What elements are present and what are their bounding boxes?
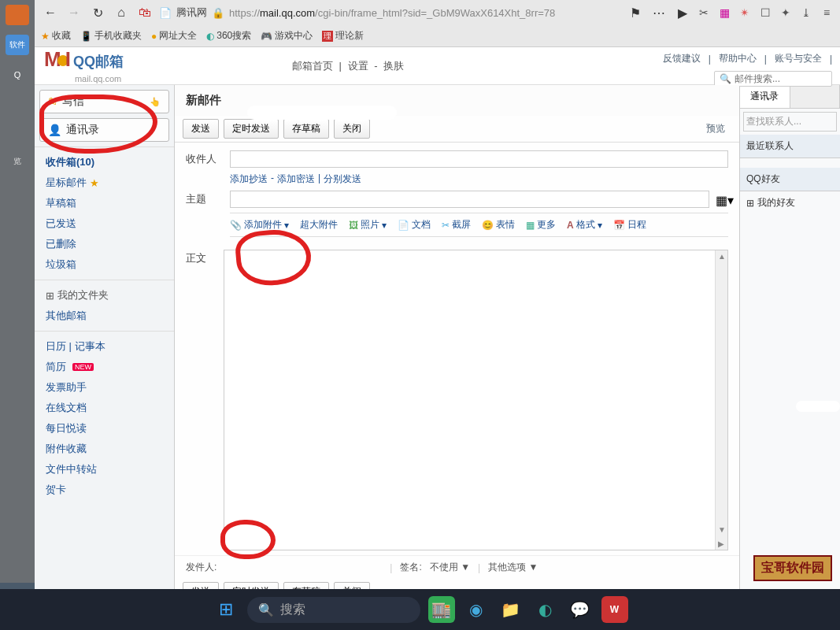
preview-link[interactable]: 预览 [706,122,725,135]
os-tray-history-label: 览 [6,151,29,172]
tab-empty[interactable] [790,85,841,108]
add-cc-link[interactable]: 添加抄送 [230,172,268,186]
emoji-button[interactable]: 😊表情 [482,218,515,232]
timed-send-button[interactable]: 定时发送 [224,119,279,139]
refresh-icon[interactable]: ↻ [88,3,107,22]
menu-icon[interactable]: ≡ [820,6,834,20]
grid-toggle-icon[interactable]: ▦▾ [716,193,728,206]
close-button[interactable]: 关闭 [334,119,370,139]
save-draft-button[interactable]: 存草稿 [283,119,329,139]
subject-input[interactable] [230,191,709,208]
taskbar-search[interactable]: 🔍 搜索 [247,597,420,623]
qq-friends-section[interactable]: QQ好友 [740,168,840,191]
recent-contact-item[interactable] [740,158,840,168]
folder-deleted[interactable]: 已删除 [46,234,174,254]
url-text: https://mail.qq.com/cgi-bin/frame_html?s… [229,7,555,19]
folder-daily-read[interactable]: 每日悦读 [46,418,174,439]
body-editor[interactable]: ▲ ▼ ▶ [224,250,728,550]
scroll-up-icon[interactable]: ▲ [718,252,726,261]
folder-attachments[interactable]: 附件收藏 [46,439,174,459]
nav-settings[interactable]: 设置 [348,60,368,72]
folder-trash[interactable]: 垃圾箱 [46,254,174,275]
bookmark-360search[interactable]: ◐360搜索 [206,29,251,43]
schedule-button[interactable]: 📅日程 [613,218,646,232]
contacts-button[interactable]: 👤 通讯录 [39,118,169,142]
more-button[interactable]: ▦更多 [526,218,556,232]
more-icon[interactable]: ⋯ [649,3,668,22]
download-icon[interactable]: ⤓ [799,6,813,20]
folder-starred[interactable]: 星标邮件 ★ [46,172,174,193]
folder-drafts[interactable]: 草稿箱 [46,193,174,213]
scissors-icon: ✂ [442,220,450,231]
folder-file-station[interactable]: 文件中转站 [46,459,174,480]
my-friends-item[interactable]: ⊞ 我的好友 [740,191,840,214]
taskbar-app-1[interactable]: 🏬 [428,596,455,623]
os-tray-icon-q[interactable]: Q [6,65,29,85]
to-input[interactable] [230,150,728,168]
ext-icon-2[interactable]: ✴ [738,6,752,20]
taskbar-wechat[interactable]: 💬 [567,596,594,623]
folder-resume[interactable]: 简历NEW [46,357,174,377]
photo-button[interactable]: 🖼照片 ▾ [349,218,387,232]
taskbar-browser[interactable]: ◐ [532,596,559,623]
home-icon[interactable]: ⌂ [112,3,131,22]
nav-home[interactable]: 邮箱首页 [292,60,333,72]
taskbar-edge[interactable]: ◉ [463,596,490,623]
scissors-icon[interactable]: ✂ [697,6,711,20]
link-feedback[interactable]: 反馈建议 [663,52,701,65]
taskbar-explorer[interactable]: 📁 [498,596,524,623]
ext-icon-3[interactable]: ☐ [758,6,772,20]
format-button[interactable]: A格式▾ [567,218,602,232]
scrollbar[interactable]: ▲ ▼ ▶ [715,250,727,550]
signature-select[interactable]: 不使用 ▼ [430,561,470,574]
scroll-right-icon[interactable]: ▶ [718,539,724,548]
scroll-down-icon[interactable]: ▼ [718,525,726,534]
folder-invoice[interactable]: 发票助手 [46,377,174,398]
my-folders-section[interactable]: ⊞我的文件夹 [46,285,174,306]
folder-sent[interactable]: 已发送 [46,213,174,234]
attachment-toolbar: 📎添加附件 ▾ 超大附件 🖼照片 ▾ 📄文档 ✂截屏 😊表情 ▦更多 A格式▾ … [230,213,728,237]
os-tray-icon[interactable] [6,5,29,25]
doc-button[interactable]: 📄文档 [398,218,431,232]
play-icon[interactable]: ▶ [673,3,692,22]
ext-icon-1[interactable]: ▦ [717,6,731,20]
tab-contacts[interactable]: 通讯录 [740,85,790,108]
folder-greeting-cards[interactable]: 贺卡 [46,480,174,500]
taskbar-wps[interactable]: W [601,596,628,623]
puzzle-icon[interactable]: ✦ [779,6,793,20]
link-account-security[interactable]: 账号与安全 [775,52,822,65]
bookmark-phone-fav[interactable]: 📱手机收藏夹 [80,29,142,43]
big-attachment-button[interactable]: 超大附件 [300,218,338,232]
folder-online-docs[interactable]: 在线文档 [46,398,174,418]
add-bcc-link[interactable]: 添加密送 [277,172,315,186]
folder-calendar-notes[interactable]: 日历 | 记事本 [46,336,174,357]
back-icon[interactable]: ← [41,3,60,22]
separate-send-link[interactable]: 分别发送 [324,172,361,186]
bookmark-game-center[interactable]: 🎮游戏中心 [261,29,313,43]
link-help[interactable]: 帮助中心 [719,52,757,65]
nav-skin[interactable]: 换肤 [383,60,404,72]
folder-inbox[interactable]: 收件箱(10) [46,152,174,172]
bookmark-favorites[interactable]: ★收藏 [41,29,71,43]
start-button[interactable]: ⊞ [213,596,239,623]
bookmark-theory[interactable]: 理理论新 [322,29,364,43]
folder-other-mail[interactable]: 其他邮箱 [46,306,174,326]
compose-button[interactable]: ✎ 写信 👆 [39,90,169,113]
recent-contacts-section[interactable]: 最近联系人 [740,135,840,158]
screenshot-button[interactable]: ✂截屏 [442,218,471,232]
address-bar[interactable]: 📄 腾讯网 🔒 https://mail.qq.com/cgi-bin/fram… [159,6,621,20]
flag-icon[interactable]: ⚑ [626,3,645,22]
contact-search[interactable]: 查找联系人... [743,112,837,132]
shop-icon[interactable]: 🛍 [135,3,154,22]
tab-favicon: 📄 [159,7,172,19]
search-input[interactable] [735,73,827,84]
forward-icon[interactable]: → [65,3,83,22]
other-options-link[interactable]: 其他选项 ▼ [488,561,538,574]
mail-logo[interactable]: MI QQ邮箱 mail.qq.com [44,47,124,85]
bookmark-site-nav[interactable]: ●网址大全 [151,29,197,43]
add-attachment-button[interactable]: 📎添加附件 ▾ [230,218,289,232]
mail-header: MI QQ邮箱 mail.qq.com 邮箱首页 | 设置 - 换肤 反馈建议 … [35,47,840,85]
windows-taskbar: ⊞ 🔍 搜索 🏬 ◉ 📁 ◐ 💬 W [0,589,840,630]
send-button[interactable]: 发送 [183,119,219,139]
mail-search[interactable]: 🔍 [714,71,832,87]
